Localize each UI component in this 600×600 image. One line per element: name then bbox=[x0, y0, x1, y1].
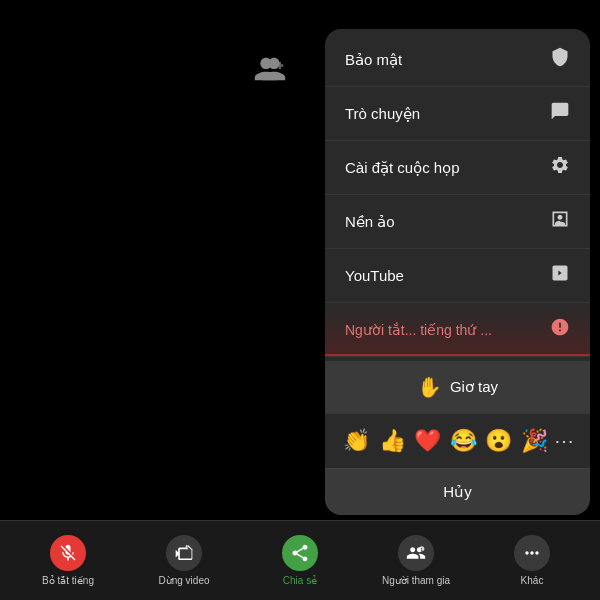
raise-hand-button[interactable]: ✋ Giơ tay bbox=[325, 361, 590, 413]
more-icon-container bbox=[514, 535, 550, 571]
menu-item-settings[interactable]: Cài đặt cuộc họp bbox=[325, 141, 590, 195]
share-icon-container bbox=[282, 535, 318, 571]
toolbar-video-label: Dừng video bbox=[158, 575, 209, 586]
emoji-thumbsup[interactable]: 👍 bbox=[377, 426, 408, 456]
toolbar-share-label: Chia sẻ bbox=[283, 575, 317, 586]
menu-item-chat[interactable]: Trò chuyện bbox=[325, 87, 590, 141]
emoji-laugh[interactable]: 😂 bbox=[448, 426, 479, 456]
video-icon-container bbox=[166, 535, 202, 571]
cancel-label: Hủy bbox=[443, 483, 471, 501]
warning-icon bbox=[550, 317, 570, 342]
toolbar-item-video[interactable]: Dừng video bbox=[126, 535, 242, 586]
menu-item-background-label: Nền ảo bbox=[345, 213, 395, 231]
dropdown-panel: Bảo mật Trò chuyện Cài đặt cuộc họ bbox=[325, 29, 590, 515]
emoji-heart[interactable]: ❤️ bbox=[412, 426, 443, 456]
toolbar-mute-label: Bỏ tắt tiếng bbox=[42, 575, 94, 586]
toolbar-item-mute[interactable]: Bỏ tắt tiếng bbox=[10, 535, 126, 586]
menu-item-security-label: Bảo mật bbox=[345, 51, 402, 69]
mute-icon-container bbox=[50, 535, 86, 571]
chat-icon bbox=[550, 101, 570, 126]
menu-item-chat-label: Trò chuyện bbox=[345, 105, 420, 123]
cancel-button[interactable]: Hủy bbox=[325, 468, 590, 515]
menu-item-settings-label: Cài đặt cuộc họp bbox=[345, 159, 460, 177]
menu-item-partial-label: Người tắt... tiếng thứ ... bbox=[345, 322, 492, 338]
video-area: Bảo mật Trò chuyện Cài đặt cuộc họ bbox=[0, 0, 600, 600]
raise-hand-label: Giơ tay bbox=[450, 378, 498, 396]
emoji-wow[interactable]: 😮 bbox=[483, 426, 514, 456]
emoji-more-button[interactable]: ⋯ bbox=[554, 429, 574, 453]
menu-item-security[interactable]: Bảo mật bbox=[325, 33, 590, 87]
toolbar-item-share[interactable]: Chia sẻ bbox=[242, 535, 358, 586]
menu-list: Bảo mật Trò chuyện Cài đặt cuộc họ bbox=[325, 29, 590, 361]
emoji-party[interactable]: 🎉 bbox=[519, 426, 550, 456]
emoji-reactions: 👏 👍 ❤️ 😂 😮 🎉 ⋯ bbox=[325, 413, 590, 468]
participants-icon-container: 1 bbox=[398, 535, 434, 571]
participant-icon-2 bbox=[252, 55, 280, 83]
menu-item-youtube[interactable]: YouTube bbox=[325, 249, 590, 303]
play-icon bbox=[550, 263, 570, 288]
toolbar-participants-label: Người tham gia bbox=[382, 575, 450, 586]
toolbar: Bỏ tắt tiếng Dừng video Chia sẻ bbox=[0, 520, 600, 600]
toolbar-item-more[interactable]: Khác bbox=[474, 535, 590, 586]
menu-item-partial[interactable]: Người tắt... tiếng thứ ... bbox=[325, 303, 590, 357]
toolbar-more-label: Khác bbox=[521, 575, 544, 586]
toolbar-item-participants[interactable]: 1 Người tham gia bbox=[358, 535, 474, 586]
person-frame-icon bbox=[550, 209, 570, 234]
raise-hand-emoji: ✋ bbox=[417, 375, 442, 399]
shield-icon bbox=[550, 47, 570, 72]
emoji-clap[interactable]: 👏 bbox=[341, 426, 372, 456]
menu-item-youtube-label: YouTube bbox=[345, 267, 404, 284]
settings-icon bbox=[550, 155, 570, 180]
menu-item-background[interactable]: Nền ảo bbox=[325, 195, 590, 249]
